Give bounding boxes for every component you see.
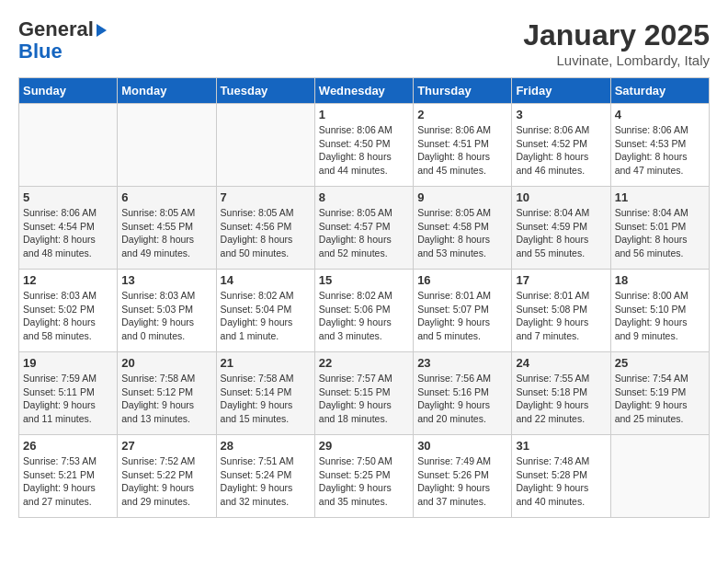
day-info: Sunrise: 7:57 AM Sunset: 5:15 PM Dayligh… (319, 372, 409, 426)
day-cell-22: 22Sunrise: 7:57 AM Sunset: 5:15 PM Dayli… (314, 352, 413, 435)
day-header-saturday: Saturday (610, 78, 709, 104)
day-info: Sunrise: 7:58 AM Sunset: 5:14 PM Dayligh… (221, 372, 311, 426)
calendar-table: SundayMondayTuesdayWednesdayThursdayFrid… (18, 77, 710, 518)
day-info: Sunrise: 7:58 AM Sunset: 5:12 PM Dayligh… (121, 372, 211, 426)
day-number: 26 (23, 439, 113, 453)
day-number: 6 (121, 190, 211, 204)
day-cell-12: 12Sunrise: 8:03 AM Sunset: 5:02 PM Dayli… (19, 270, 118, 352)
day-number: 24 (516, 356, 606, 370)
empty-cell (118, 104, 216, 187)
day-number: 9 (417, 190, 507, 204)
day-header-tuesday: Tuesday (216, 78, 314, 104)
day-cell-9: 9Sunrise: 8:05 AM Sunset: 4:58 PM Daylig… (414, 187, 512, 270)
empty-cell (19, 104, 118, 187)
day-info: Sunrise: 8:02 AM Sunset: 5:06 PM Dayligh… (319, 289, 409, 343)
day-number: 18 (615, 273, 705, 287)
day-cell-3: 3Sunrise: 8:06 AM Sunset: 4:52 PM Daylig… (512, 104, 610, 187)
title-section: January 2025 Luvinate, Lombardy, Italy (523, 18, 710, 68)
day-cell-25: 25Sunrise: 7:54 AM Sunset: 5:19 PM Dayli… (610, 352, 709, 435)
day-number: 27 (121, 439, 211, 453)
day-info: Sunrise: 8:03 AM Sunset: 5:03 PM Dayligh… (121, 289, 211, 343)
day-info: Sunrise: 8:04 AM Sunset: 5:01 PM Dayligh… (615, 206, 705, 260)
day-cell-21: 21Sunrise: 7:58 AM Sunset: 5:14 PM Dayli… (216, 352, 314, 435)
day-cell-18: 18Sunrise: 8:00 AM Sunset: 5:10 PM Dayli… (610, 270, 709, 352)
day-number: 21 (221, 356, 311, 370)
day-number: 19 (23, 356, 113, 370)
day-number: 8 (319, 190, 409, 204)
day-number: 31 (516, 439, 606, 453)
week-row-1: 1Sunrise: 8:06 AM Sunset: 4:50 PM Daylig… (19, 104, 710, 187)
empty-cell (610, 435, 709, 518)
week-row-5: 26Sunrise: 7:53 AM Sunset: 5:21 PM Dayli… (19, 435, 710, 518)
day-cell-8: 8Sunrise: 8:05 AM Sunset: 4:57 PM Daylig… (314, 187, 413, 270)
day-cell-5: 5Sunrise: 8:06 AM Sunset: 4:54 PM Daylig… (19, 187, 118, 270)
day-info: Sunrise: 8:06 AM Sunset: 4:53 PM Dayligh… (615, 123, 705, 178)
day-info: Sunrise: 7:56 AM Sunset: 5:16 PM Dayligh… (417, 372, 507, 426)
day-cell-17: 17Sunrise: 8:01 AM Sunset: 5:08 PM Dayli… (512, 270, 610, 352)
day-number: 22 (319, 356, 409, 370)
day-cell-26: 26Sunrise: 7:53 AM Sunset: 5:21 PM Dayli… (19, 435, 118, 518)
logo-general: General (18, 17, 94, 40)
day-number: 28 (221, 439, 311, 453)
day-number: 7 (221, 190, 311, 204)
day-number: 14 (221, 273, 311, 287)
day-number: 10 (516, 190, 606, 204)
day-info: Sunrise: 7:51 AM Sunset: 5:24 PM Dayligh… (221, 454, 311, 509)
day-info: Sunrise: 8:02 AM Sunset: 5:04 PM Dayligh… (221, 289, 311, 343)
day-header-monday: Monday (118, 78, 216, 104)
day-cell-30: 30Sunrise: 7:49 AM Sunset: 5:26 PM Dayli… (414, 435, 512, 518)
logo-blue: Blue (18, 40, 107, 63)
day-number: 30 (417, 439, 507, 453)
day-number: 15 (319, 273, 409, 287)
day-cell-28: 28Sunrise: 7:51 AM Sunset: 5:24 PM Dayli… (216, 435, 314, 518)
day-number: 16 (417, 273, 507, 287)
day-info: Sunrise: 7:55 AM Sunset: 5:18 PM Dayligh… (516, 372, 606, 426)
day-number: 3 (516, 108, 606, 121)
day-cell-15: 15Sunrise: 8:02 AM Sunset: 5:06 PM Dayli… (314, 270, 413, 352)
day-info: Sunrise: 8:05 AM Sunset: 4:58 PM Dayligh… (417, 206, 507, 260)
day-info: Sunrise: 7:52 AM Sunset: 5:22 PM Dayligh… (121, 454, 211, 509)
day-header-sunday: Sunday (19, 78, 118, 104)
day-number: 29 (319, 439, 409, 453)
day-cell-19: 19Sunrise: 7:59 AM Sunset: 5:11 PM Dayli… (19, 352, 118, 435)
day-cell-27: 27Sunrise: 7:52 AM Sunset: 5:22 PM Dayli… (118, 435, 216, 518)
day-header-wednesday: Wednesday (314, 78, 413, 104)
day-cell-13: 13Sunrise: 8:03 AM Sunset: 5:03 PM Dayli… (118, 270, 216, 352)
week-row-3: 12Sunrise: 8:03 AM Sunset: 5:02 PM Dayli… (19, 270, 710, 352)
page-header: General Blue January 2025 Luvinate, Lomb… (18, 18, 710, 68)
day-number: 12 (23, 273, 113, 287)
day-info: Sunrise: 8:03 AM Sunset: 5:02 PM Dayligh… (23, 289, 113, 343)
day-cell-2: 2Sunrise: 8:06 AM Sunset: 4:51 PM Daylig… (414, 104, 512, 187)
day-cell-7: 7Sunrise: 8:05 AM Sunset: 4:56 PM Daylig… (216, 187, 314, 270)
day-cell-20: 20Sunrise: 7:58 AM Sunset: 5:12 PM Dayli… (118, 352, 216, 435)
logo-line1: General (18, 18, 107, 40)
day-info: Sunrise: 8:01 AM Sunset: 5:08 PM Dayligh… (516, 289, 606, 343)
week-row-4: 19Sunrise: 7:59 AM Sunset: 5:11 PM Dayli… (19, 352, 710, 435)
day-info: Sunrise: 7:54 AM Sunset: 5:19 PM Dayligh… (615, 372, 705, 426)
day-number: 1 (319, 108, 409, 121)
day-cell-24: 24Sunrise: 7:55 AM Sunset: 5:18 PM Dayli… (512, 352, 610, 435)
day-number: 5 (23, 190, 113, 204)
day-number: 25 (615, 356, 705, 370)
day-info: Sunrise: 8:05 AM Sunset: 4:55 PM Dayligh… (121, 206, 211, 260)
day-header-friday: Friday (512, 78, 610, 104)
day-info: Sunrise: 8:06 AM Sunset: 4:52 PM Dayligh… (516, 123, 606, 178)
day-number: 4 (615, 108, 705, 121)
day-info: Sunrise: 7:48 AM Sunset: 5:28 PM Dayligh… (516, 454, 606, 509)
day-number: 11 (615, 190, 705, 204)
location: Luvinate, Lombardy, Italy (523, 52, 710, 68)
day-info: Sunrise: 8:06 AM Sunset: 4:54 PM Dayligh… (23, 206, 113, 260)
day-info: Sunrise: 8:01 AM Sunset: 5:07 PM Dayligh… (417, 289, 507, 343)
day-number: 13 (121, 273, 211, 287)
day-info: Sunrise: 7:59 AM Sunset: 5:11 PM Dayligh… (23, 372, 113, 426)
day-cell-23: 23Sunrise: 7:56 AM Sunset: 5:16 PM Dayli… (414, 352, 512, 435)
day-info: Sunrise: 8:05 AM Sunset: 4:56 PM Dayligh… (221, 206, 311, 260)
week-row-2: 5Sunrise: 8:06 AM Sunset: 4:54 PM Daylig… (19, 187, 710, 270)
day-info: Sunrise: 8:05 AM Sunset: 4:57 PM Dayligh… (319, 206, 409, 260)
day-info: Sunrise: 7:49 AM Sunset: 5:26 PM Dayligh… (417, 454, 507, 509)
day-info: Sunrise: 7:53 AM Sunset: 5:21 PM Dayligh… (23, 454, 113, 509)
day-cell-31: 31Sunrise: 7:48 AM Sunset: 5:28 PM Dayli… (512, 435, 610, 518)
day-cell-29: 29Sunrise: 7:50 AM Sunset: 5:25 PM Dayli… (314, 435, 413, 518)
day-info: Sunrise: 8:06 AM Sunset: 4:50 PM Dayligh… (319, 123, 409, 178)
logo: General Blue (18, 18, 107, 63)
